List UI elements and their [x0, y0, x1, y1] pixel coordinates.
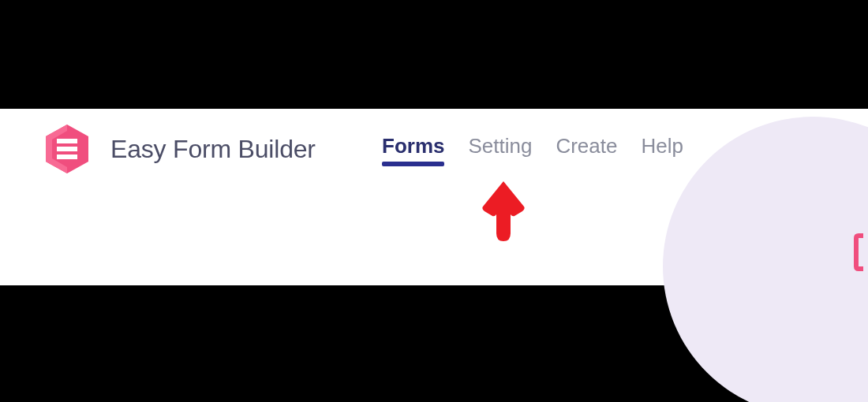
app-logo-icon — [41, 123, 93, 175]
app-title: Easy Form Builder — [110, 135, 316, 164]
nav-tab-help[interactable]: Help — [641, 134, 683, 165]
logo-block: Easy Form Builder — [41, 123, 316, 175]
nav-tab-forms[interactable]: Forms — [382, 134, 444, 165]
svg-marker-2 — [57, 139, 77, 143]
annotation-arrow-icon — [480, 180, 527, 243]
decorative-circle — [663, 117, 868, 402]
svg-marker-4 — [57, 154, 77, 159]
main-nav: Forms Setting Create Help — [382, 134, 683, 165]
decorative-pink-shape — [854, 233, 863, 271]
nav-tab-create[interactable]: Create — [556, 134, 617, 165]
nav-tab-setting[interactable]: Setting — [468, 134, 532, 165]
app-header-panel: Easy Form Builder Forms Setting Create H… — [0, 109, 868, 285]
svg-marker-3 — [57, 147, 77, 151]
